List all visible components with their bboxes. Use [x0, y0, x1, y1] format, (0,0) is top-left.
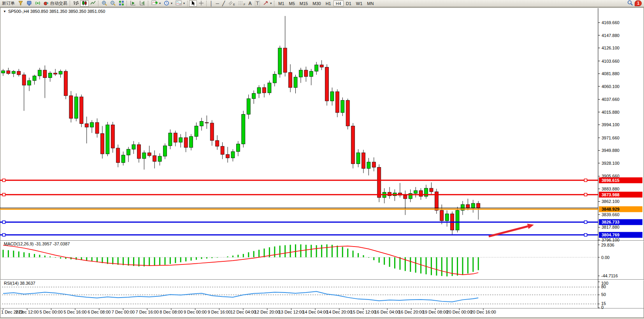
candle-body: [54, 73, 57, 74]
candle-body: [153, 156, 156, 162]
candle-body: [414, 190, 418, 193]
candle-body: [252, 93, 256, 99]
candle-body: [320, 65, 323, 67]
price-tag-label: 3898.615: [602, 178, 619, 183]
candle-body: [216, 141, 219, 146]
candle-body: [163, 146, 167, 156]
time-axis-label: 5 Dec 16:00: [63, 310, 86, 314]
price-axis-tick-label: 4147.880: [602, 33, 619, 38]
price-axis-tick-label: 3817.880: [602, 225, 619, 229]
time-axis-label: 20 Dec 00:00: [447, 310, 472, 314]
macd-axis-tick-label: 29.836: [601, 243, 614, 247]
line-handle[interactable]: [584, 179, 587, 182]
candle-body: [372, 162, 376, 167]
line-handle[interactable]: [3, 193, 5, 196]
line-handle[interactable]: [584, 221, 587, 224]
candle-body: [127, 149, 130, 155]
candle-body: [466, 204, 470, 208]
candle-body: [456, 210, 459, 230]
line-handle[interactable]: [3, 234, 5, 236]
candle-body: [116, 148, 120, 162]
chart-title-text: SP500-,H4 3850.850 3851.350 3850.350 385…: [8, 9, 105, 14]
rsi-axis-tick-label: 80: [601, 284, 606, 289]
candle-body: [179, 137, 182, 142]
candle-body: [367, 162, 370, 168]
line-handle[interactable]: [584, 193, 587, 196]
price-axis-tick-label: 4037.660: [602, 97, 619, 102]
time-axis-label: 14 Dec 04:00: [302, 310, 328, 314]
time-axis-label: 8 Dec 08:00: [160, 310, 182, 314]
candle-body: [231, 152, 235, 158]
candle-body: [95, 122, 99, 133]
candle-body: [325, 67, 329, 101]
candle-body: [168, 133, 172, 146]
candle-body: [80, 97, 83, 124]
candle-body: [273, 74, 276, 83]
candle-body: [195, 126, 198, 136]
price-axis-tick-label: 3883.880: [602, 187, 619, 191]
candle-body: [315, 65, 318, 71]
macd-pane-label: MACD(12,26,9) -31.3957 -37.0387: [4, 241, 70, 246]
candle-body: [430, 188, 433, 192]
time-axis-label: 16 Dec 20:00: [398, 310, 424, 314]
candle-body: [289, 72, 292, 88]
macd-signal-line: [3, 245, 478, 275]
candle-body: [330, 92, 334, 101]
candle-body: [377, 167, 381, 197]
price-axis-tick-label: 3928.100: [602, 161, 619, 166]
time-axis-label: 7 Dec 00:00: [112, 310, 135, 314]
candle-body: [100, 134, 104, 154]
line-handle[interactable]: [3, 179, 5, 182]
candle-body: [137, 145, 140, 159]
rsi-pane-label: RSI(14) 38.3637: [4, 281, 35, 286]
price-axis-tick-label: 3862.100: [602, 199, 619, 204]
candle-body: [33, 76, 36, 81]
price-axis-tick-label: 3971.660: [602, 136, 619, 140]
rsi-axis-tick-label: 0: [601, 305, 604, 310]
candle-body: [294, 77, 297, 88]
chart-canvas[interactable]: 4169.6604147.8804126.1004103.6604081.880…: [0, 0, 644, 319]
candle-body: [335, 92, 339, 113]
macd-axis-tick-label: -44.7116: [601, 273, 618, 278]
candle-body: [263, 88, 266, 93]
price-tag-label: 3848.929: [602, 207, 619, 211]
chart-collapse-icon[interactable]: ▼: [3, 10, 6, 13]
candle-body: [38, 70, 41, 76]
candle-body: [74, 97, 78, 118]
candle-body: [17, 71, 21, 75]
candle-body: [445, 214, 449, 221]
candle-body: [69, 96, 73, 118]
price-axis-tick-label: 3796.100: [602, 238, 619, 242]
line-handle[interactable]: [3, 221, 5, 224]
candle-body: [226, 155, 230, 158]
candle-body: [200, 121, 203, 126]
candle-body: [404, 195, 407, 199]
price-axis-tick-label: 4126.100: [602, 46, 619, 50]
trend-arrow-head[interactable]: [527, 224, 534, 229]
candle-body: [121, 155, 125, 162]
candle-body: [283, 48, 287, 72]
candle-body: [147, 153, 151, 155]
line-handle[interactable]: [584, 234, 587, 236]
candle-body: [174, 133, 177, 142]
candle-body: [419, 190, 423, 196]
candle-body: [346, 100, 349, 126]
time-axis-label: 12 Dec 04:00: [230, 310, 256, 314]
candle-body: [48, 73, 52, 78]
candle-body: [221, 146, 224, 155]
price-tag-label: 3826.733: [602, 220, 619, 224]
candle-body: [440, 210, 444, 221]
candle-body: [205, 122, 209, 123]
candle-body: [142, 153, 146, 159]
time-axis-label: 19 Dec 08:00: [423, 310, 448, 314]
macd-axis-tick-label: 0.00: [601, 255, 609, 260]
candle-body: [22, 75, 26, 85]
time-axis-label: 20 Dec 16:00: [470, 310, 496, 314]
rsi-axis-tick-label: 50: [601, 292, 606, 297]
candle-body: [242, 115, 245, 144]
candle-body: [190, 136, 193, 147]
time-axis-label: 2 Dec 12:00: [16, 310, 39, 314]
rsi-line: [3, 291, 478, 302]
price-tag-label: 3804.769: [602, 233, 619, 237]
candle-body: [106, 125, 109, 154]
